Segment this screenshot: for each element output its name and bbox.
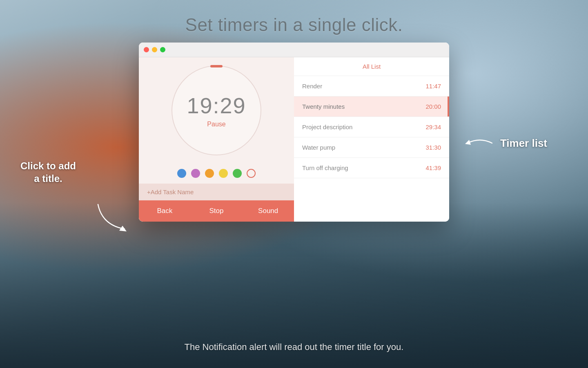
color-dot-green[interactable] <box>233 169 242 178</box>
list-item-active[interactable]: Twenty minutes 20:00 <box>294 96 449 117</box>
title-bar <box>139 43 449 57</box>
color-dot-empty[interactable] <box>247 169 256 178</box>
main-content: Set timers in a single click. 19:29 Paus… <box>0 0 588 368</box>
minimize-button[interactable] <box>152 47 157 52</box>
back-button[interactable]: Back <box>139 200 191 222</box>
item-name-render: Render <box>302 83 322 90</box>
annotation-right-label: Timer list <box>500 137 547 150</box>
timer-area: 19:29 Pause <box>139 57 294 162</box>
item-name-water: Water pump <box>302 144 335 151</box>
item-time-water: 31:30 <box>425 144 441 151</box>
list-header: All List <box>294 57 449 76</box>
list-item[interactable]: Render 11:47 <box>294 76 449 96</box>
left-panel: 19:29 Pause +Add Task Name Back Stop Sou… <box>139 43 294 222</box>
active-bar <box>448 96 449 117</box>
color-dot-orange[interactable] <box>205 169 214 178</box>
arc-indicator <box>210 65 223 67</box>
annotation-right-area: Timer list <box>463 131 547 155</box>
item-time-twenty: 20:00 <box>425 103 441 110</box>
timer-display: 19:29 <box>187 93 246 118</box>
color-dot-blue[interactable] <box>177 169 186 178</box>
list-item[interactable]: Water pump 31:30 <box>294 137 449 158</box>
svg-marker-1 <box>465 140 471 145</box>
pause-button[interactable]: Pause <box>207 121 225 128</box>
item-name-charging: Turn off charging <box>302 164 348 171</box>
app-window: 19:29 Pause +Add Task Name Back Stop Sou… <box>139 43 449 222</box>
color-dot-yellow[interactable] <box>219 169 228 178</box>
arrow-left-icon <box>94 200 131 235</box>
svg-marker-0 <box>119 226 127 231</box>
add-task-label: +Add Task Name <box>147 188 194 195</box>
bottom-buttons: Back Stop Sound <box>139 200 294 222</box>
timer-circle[interactable]: 19:29 Pause <box>172 65 261 155</box>
traffic-lights <box>144 47 165 52</box>
color-dots <box>177 169 256 178</box>
item-name-project: Project description <box>302 123 352 130</box>
add-task-bar[interactable]: +Add Task Name <box>139 184 294 200</box>
maximize-button[interactable] <box>160 47 165 52</box>
right-panel: All List Render 11:47 Twenty minutes 20:… <box>294 43 449 222</box>
list-item[interactable]: Turn off charging 41:39 <box>294 158 449 178</box>
close-button[interactable] <box>144 47 149 52</box>
list-item[interactable]: Project description 29:34 <box>294 117 449 137</box>
item-time-render: 11:47 <box>425 83 441 90</box>
headline: Set timers in a single click. <box>185 15 403 35</box>
item-time-charging: 41:39 <box>425 164 441 171</box>
item-name-twenty: Twenty minutes <box>302 103 345 110</box>
stop-button[interactable]: Stop <box>191 200 243 222</box>
sound-button[interactable]: Sound <box>242 200 294 222</box>
color-dot-purple[interactable] <box>191 169 200 178</box>
item-time-project: 29:34 <box>425 123 441 130</box>
annotation-left: Click to add a title. <box>20 159 76 185</box>
